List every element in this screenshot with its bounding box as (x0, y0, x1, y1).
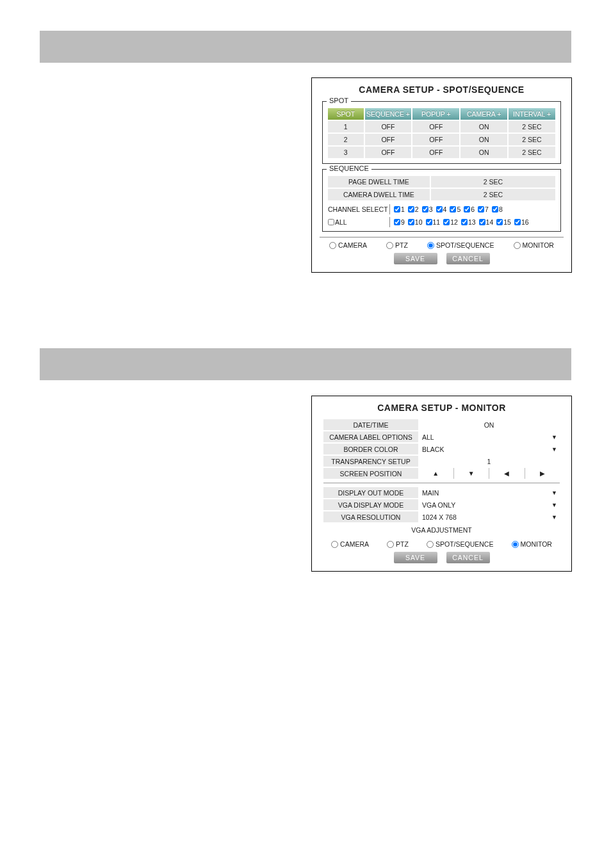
border-color-label: BORDER COLOR (323, 444, 418, 454)
vga-display-mode-label: VGA DISPLAY MODE (323, 499, 418, 510)
cell[interactable]: 2 SEC (509, 134, 555, 145)
spot-fieldset: SPOT SPOT SEQUENCE + POPUP + CAMERA + IN… (322, 101, 561, 164)
cell[interactable]: OFF (365, 147, 412, 158)
arrow-up-button[interactable]: ▲ (418, 468, 453, 479)
cell: 3 (328, 147, 364, 158)
row-vga-resolution: VGA RESOLUTION 1024 X 768▼ (323, 511, 560, 522)
table-row: 2 OFF OFF ON 2 SEC (328, 134, 555, 145)
row-date-time: DATE/TIME ON (323, 419, 560, 430)
section-bar-2 (40, 348, 571, 380)
cell[interactable]: OFF (412, 134, 459, 145)
camera-setup-spot-sequence-panel: CAMERA SETUP - SPOT/SEQUENCE SPOT SPOT S… (311, 77, 572, 273)
tab-monitor[interactable]: MONITOR (514, 241, 554, 249)
channel-checkbox[interactable]: 3 (422, 205, 433, 213)
channel-checkbox[interactable]: 15 (496, 218, 511, 226)
screen-position-label: SCREEN POSITION (323, 468, 418, 479)
col-camera[interactable]: CAMERA + (460, 108, 507, 120)
section-bar-1 (40, 31, 571, 63)
channel-list-1-8: 1 2 3 4 5 6 7 8 (390, 205, 557, 213)
cancel-button[interactable]: CANCEL (446, 552, 490, 563)
display-out-mode-select[interactable]: MAIN▼ (418, 487, 560, 498)
chevron-down-icon: ▼ (551, 446, 557, 453)
camera-setup-monitor-panel: CAMERA SETUP - MONITOR DATE/TIME ON CAME… (311, 396, 572, 572)
vga-resolution-select[interactable]: 1024 X 768▼ (418, 511, 560, 522)
row-transparency: TRANSPARENCY SETUP 1 (323, 456, 560, 467)
separator (323, 483, 560, 483)
chevron-down-icon: ▼ (551, 490, 557, 496)
all-label-wrap: ALL (327, 217, 390, 227)
channel-all-row: ALL 9 10 11 12 13 14 15 16 (327, 217, 557, 227)
channel-checkbox[interactable]: 10 (408, 218, 423, 226)
vga-display-mode-select[interactable]: VGA ONLY▼ (418, 499, 560, 510)
tab-camera[interactable]: CAMERA (329, 241, 367, 249)
channel-checkbox[interactable]: 14 (479, 218, 494, 226)
border-color-select[interactable]: BLACK▼ (418, 444, 560, 454)
all-checkbox[interactable]: ALL (328, 218, 347, 226)
row-camera-label-options: CAMERA LABEL OPTIONS ALL▼ (323, 431, 560, 442)
cell[interactable]: ON (460, 121, 507, 133)
camera-label-options-select[interactable]: ALL▼ (418, 431, 560, 442)
tab-ptz[interactable]: PTZ (387, 540, 409, 548)
sequence-fieldset: SEQUENCE PAGE DWELL TIME 2 SEC CAMERA DW… (322, 169, 561, 232)
cell[interactable]: ON (460, 134, 507, 145)
tab-spot-sequence[interactable]: SPOT/SEQUENCE (427, 540, 493, 548)
save-button[interactable]: SAVE (394, 552, 437, 563)
channel-checkbox[interactable]: 12 (443, 218, 458, 226)
channel-checkbox[interactable]: 4 (436, 205, 447, 213)
dwell-table: PAGE DWELL TIME 2 SEC CAMERA DWELL TIME … (327, 175, 557, 202)
col-interval[interactable]: INTERVAL + (509, 108, 555, 120)
camera-dwell-value[interactable]: 2 SEC (431, 189, 555, 200)
channel-checkbox[interactable]: 11 (426, 218, 441, 226)
channel-select-label: CHANNEL SELECT (327, 204, 390, 214)
date-time-label: DATE/TIME (323, 419, 418, 430)
transparency-value[interactable]: 1 (418, 456, 560, 467)
arrow-left-button[interactable]: ◀ (489, 468, 525, 479)
row-display-out-mode: DISPLAY OUT MODE MAIN▼ (323, 487, 560, 498)
date-time-value[interactable]: ON (418, 419, 560, 430)
cell[interactable]: OFF (365, 134, 412, 145)
display-out-mode-label: DISPLAY OUT MODE (323, 487, 418, 498)
col-popup[interactable]: POPUP + (412, 108, 459, 120)
cell[interactable]: OFF (365, 121, 412, 133)
panel-title: CAMERA SETUP - MONITOR (317, 403, 566, 413)
cell: 1 (328, 121, 364, 133)
arrow-right-button[interactable]: ▶ (525, 468, 560, 479)
arrow-down-button[interactable]: ▼ (453, 468, 489, 479)
cell[interactable]: 2 SEC (509, 121, 555, 133)
cell[interactable]: OFF (412, 121, 459, 133)
channel-list-9-16: 9 10 11 12 13 14 15 16 (390, 218, 557, 226)
channel-select-row: CHANNEL SELECT 1 2 3 4 5 6 7 8 (327, 204, 557, 214)
save-button[interactable]: SAVE (394, 253, 437, 264)
tab-radio-row: CAMERA PTZ SPOT/SEQUENCE MONITOR (320, 237, 564, 249)
channel-checkbox[interactable]: 5 (450, 205, 460, 213)
button-row: SAVE CANCEL (317, 253, 566, 264)
screen-position-arrows: ▲ ▼ ◀ ▶ (418, 468, 560, 479)
chevron-down-icon: ▼ (551, 434, 557, 440)
channel-checkbox[interactable]: 2 (408, 205, 419, 213)
tab-camera[interactable]: CAMERA (331, 540, 369, 548)
channel-checkbox[interactable]: 1 (394, 205, 405, 213)
channel-checkbox[interactable]: 13 (461, 218, 476, 226)
col-sequence[interactable]: SEQUENCE + (365, 108, 412, 120)
spot-legend: SPOT (327, 97, 351, 104)
channel-checkbox[interactable]: 9 (394, 218, 405, 226)
cell[interactable]: 2 SEC (509, 147, 555, 158)
tab-monitor[interactable]: MONITOR (512, 540, 552, 548)
channel-checkbox[interactable]: 8 (492, 205, 503, 213)
vga-adjustment-button[interactable]: VGA ADJUSTMENT (317, 526, 566, 534)
channel-checkbox[interactable]: 6 (464, 205, 475, 213)
tab-spot-sequence[interactable]: SPOT/SEQUENCE (427, 241, 494, 249)
sequence-legend: SEQUENCE (327, 165, 371, 172)
chevron-down-icon: ▼ (551, 502, 557, 508)
row-border-color: BORDER COLOR BLACK▼ (323, 444, 560, 454)
chevron-down-icon: ▼ (551, 514, 557, 520)
channel-checkbox[interactable]: 16 (514, 218, 529, 226)
page-dwell-value[interactable]: 2 SEC (431, 176, 555, 188)
tab-ptz[interactable]: PTZ (386, 241, 408, 249)
channel-checkbox[interactable]: 7 (478, 205, 489, 213)
cell[interactable]: ON (460, 147, 507, 158)
cancel-button[interactable]: CANCEL (446, 253, 490, 264)
row-screen-position: SCREEN POSITION ▲ ▼ ◀ ▶ (323, 468, 560, 479)
page-dwell-label: PAGE DWELL TIME (328, 176, 430, 188)
cell[interactable]: OFF (412, 147, 459, 158)
